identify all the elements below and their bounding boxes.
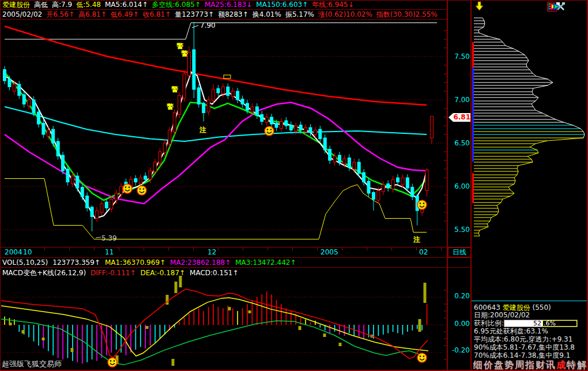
hdr2-field-3: 低6.49↑ [111, 10, 139, 18]
tab-势[interactable]: 势 [504, 359, 514, 371]
tab-成[interactable]: 成 [556, 359, 566, 371]
axis-label--0.20: -0.20 [446, 346, 470, 354]
info-title-part-0: 600643 [474, 303, 503, 312]
smiley-buy-signal-icon [137, 186, 146, 195]
border-header2 [0, 19, 448, 20]
hdr2-field-7: 换4.01% [252, 10, 281, 18]
timeline-tick [44, 248, 45, 250]
svg-text:7.90: 7.90 [200, 21, 216, 29]
hdr1-field-5: 多空线:6.085↑ [152, 1, 201, 9]
timeline-tick [218, 248, 218, 250]
vol-field-2: MA1:36370.969↑ [105, 258, 165, 267]
timeline-tick [267, 248, 268, 250]
profit-ratio-label: 获利比例: [474, 319, 504, 327]
info-title-part-2: (550) [532, 303, 551, 312]
tab-指[interactable]: 指 [525, 359, 535, 371]
smiley-buy-signal-icon [417, 200, 427, 209]
axis-label-0.00: 0.00 [446, 320, 470, 328]
hdr1-field-8: 年线:6.945↓ [312, 1, 353, 9]
smiley-buy-signal-icon [417, 353, 427, 362]
main-candlestick-chart[interactable]: 7.905.39警警警警注注 [0, 20, 448, 248]
warning-marker: 警 [171, 85, 179, 93]
profit-ratio-bar: 52.6% [504, 320, 578, 327]
hdr1-field-1: 高低 [34, 1, 48, 9]
hdr2-field-2: 高6.81↑ [78, 10, 107, 18]
hdr2-field-6: 额8283↑ [218, 10, 248, 18]
info-cost-90pct: 90%成本5.81-7.67,集中度13.8 [474, 344, 575, 351]
stock-trading-app-window: { "watermark": "超强版飞狐交易师", "header": { "… [0, 0, 588, 371]
note-marker: 注 [199, 126, 206, 134]
current-price-tag: 6.81 [448, 113, 472, 122]
tab-周[interactable]: 周 [514, 359, 525, 371]
tab-细[interactable]: 细 [473, 359, 483, 371]
warning-marker: 警 [180, 50, 189, 58]
info-profit-at-price: 6.95元处获利盘:63.1% [474, 328, 548, 335]
timeline-label-12: 12 [208, 249, 216, 256]
smiley-buy-signal-icon [108, 358, 117, 367]
app-watermark: 超强版飞狐交易师 [2, 359, 62, 369]
warning-marker: 警 [176, 42, 184, 50]
tab-特[interactable]: 特 [566, 359, 576, 371]
warning-marker: 警 [166, 103, 174, 111]
note-marker: 注 [413, 235, 420, 243]
vol-field-0: VOL(5,10,25) [2, 258, 48, 267]
hdr1-field-3: 低:5.48 [76, 1, 101, 9]
tab-解[interactable]: 解 [576, 359, 587, 371]
hdr1-field-4: MA5:6.014↑ [105, 1, 148, 9]
hdr2-field-4: 收6.81↑ [143, 10, 171, 18]
timeline-tick [317, 248, 318, 250]
macd-chart[interactable] [0, 267, 448, 371]
axis-label-6.50: 6.50 [446, 139, 470, 147]
timeline-tick [342, 248, 342, 250]
hdr2-field-1: 开6.56↑ [46, 10, 74, 18]
vol-field-1: 123773.359↑ [52, 258, 100, 267]
hdr2-field-10: 指数(30.30)2.55% [376, 10, 438, 18]
border-header1 [0, 9, 448, 10]
timeline-tick [193, 248, 194, 250]
timeline-label-2004: 2004 [5, 249, 22, 256]
hdr2-field-9: 涨(0.62)10.02% [318, 10, 372, 18]
vol-field-3: MA2:23862.188↑ [170, 258, 231, 267]
info-average-cost: 平均成本:6.80元,穿透力:+9.31 [474, 336, 572, 343]
timeline-label-11: 11 [105, 249, 114, 256]
hdr2-field-8: 振5.17% [285, 10, 314, 18]
hdr1-field-2: 高:7.9 [52, 1, 72, 9]
axis-label-5.50: 5.50 [446, 226, 470, 234]
border-left [0, 0, 1, 371]
info-cost-70pct: 70%成本6.14-7.38,集中度9.1 [474, 352, 570, 359]
tab-盘[interactable]: 盘 [493, 359, 504, 371]
timeline-tick [119, 248, 119, 250]
stock-info-panel: 600643 爱建股份 (550) 日期:2005/02/02 获利比例:52.… [472, 301, 587, 359]
timeline-tick [144, 248, 144, 250]
timeline-tick [367, 248, 367, 250]
profit-ratio-row: 获利比例:52.6% [474, 319, 578, 327]
timeline-tick [441, 248, 442, 250]
smiley-buy-signal-icon [265, 126, 274, 136]
border-main-bottom [0, 247, 472, 248]
macd-indicator-row: MACD变色+K线(26,12,9)DIFF:-0.111↑DEA:-0.187… [2, 269, 243, 277]
hdr2-field-0: 2005/02/02 [2, 10, 42, 18]
border-axis-right [470, 0, 472, 371]
header-row-stock-stats: 爱建股份高低高:7.9低:5.48MA5:6.014↑多空线:6.085↑MA2… [2, 1, 358, 9]
timeline-tick [243, 248, 243, 250]
bottom-tab-bar: 细价盘势周指财讯成特解 [473, 359, 588, 371]
axis-label-6.00: 6.00 [446, 182, 470, 190]
macd-field-0: MACD变色+K线(26,12,9) [2, 269, 86, 277]
hdr2-field-5: 量123773↑ [175, 10, 214, 18]
tab-价[interactable]: 价 [483, 359, 493, 371]
timeline-label-02: 02 [419, 249, 428, 256]
info-date: 日期:2005/02/02 [474, 312, 530, 319]
tab-财[interactable]: 财 [535, 359, 545, 371]
timeline-tick [94, 248, 95, 250]
smiley-buy-signal-icon [123, 184, 132, 193]
timeline-tick [292, 248, 293, 250]
info-title-part-1: 爱建股份 [503, 303, 533, 312]
axis-label-7.50: 7.50 [446, 53, 470, 61]
tab-讯[interactable]: 讯 [545, 359, 556, 371]
hdr1-field-6: MA25:6.183↓ [205, 1, 252, 9]
hdr1-field-7: MA150:6.603↑ [256, 1, 308, 9]
timeline-label-10: 10 [23, 249, 32, 256]
period-label[interactable]: 日线 [448, 248, 471, 257]
axis-label-7.00: 7.00 [446, 96, 470, 104]
volume-indicator-row: VOL(5,10,25)123773.359↑MA1:36370.969↑MA2… [2, 258, 300, 267]
